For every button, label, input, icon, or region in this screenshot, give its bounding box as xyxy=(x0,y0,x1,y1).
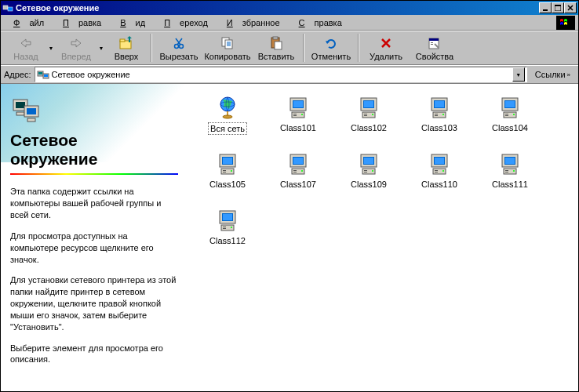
menu-file[interactable]: Файл xyxy=(4,16,53,29)
svg-point-55 xyxy=(442,114,444,115)
properties-button[interactable]: Свойства xyxy=(410,32,459,64)
side-paragraph: Для установки сетевого принтера из этой … xyxy=(10,274,178,332)
computer-item[interactable]: Class101 xyxy=(263,92,333,148)
toolbar-separator xyxy=(151,34,152,62)
svg-point-34 xyxy=(223,115,232,118)
toolbar-separator xyxy=(358,34,359,62)
undo-button[interactable]: Отменить xyxy=(307,32,355,64)
window-title: Сетевое окружение xyxy=(16,3,539,13)
undo-icon xyxy=(323,35,339,51)
computer-item[interactable]: Class111 xyxy=(475,148,545,205)
back-dropdown[interactable]: ▼ xyxy=(48,32,54,64)
side-paragraph: Для просмотра доступных на компьютере ре… xyxy=(10,230,178,266)
svg-rect-53 xyxy=(435,114,438,114)
computer-item[interactable]: Class112 xyxy=(192,205,263,261)
item-label: Class107 xyxy=(279,179,318,190)
item-label: Class104 xyxy=(490,122,530,133)
computer-icon xyxy=(286,151,311,176)
address-input[interactable]: Сетевое окружение ▼ xyxy=(35,67,527,82)
item-label: Class111 xyxy=(490,179,530,190)
svg-point-104 xyxy=(231,227,232,228)
item-label: Class103 xyxy=(420,122,459,133)
links-button[interactable]: Ссылки » xyxy=(530,70,575,79)
computer-item[interactable]: Class105 xyxy=(192,148,263,205)
svg-point-83 xyxy=(372,170,373,172)
copy-button[interactable]: Копировать xyxy=(203,32,252,64)
svg-rect-72 xyxy=(293,158,303,164)
svg-rect-96 xyxy=(505,172,508,172)
menu-go[interactable]: Переход xyxy=(155,16,217,29)
window: Сетевое окружение Файл Правка Вид Перехо… xyxy=(0,0,579,392)
svg-rect-86 xyxy=(435,158,444,164)
item-label: Вся сеть xyxy=(208,122,247,135)
svg-rect-93 xyxy=(505,158,515,164)
svg-rect-75 xyxy=(293,172,297,172)
menu-help[interactable]: Справка xyxy=(290,16,351,29)
svg-rect-65 xyxy=(223,158,232,164)
svg-point-41 xyxy=(301,114,303,115)
svg-rect-46 xyxy=(364,114,367,114)
computer-item[interactable]: Class102 xyxy=(333,92,404,148)
address-value: Сетевое окружение xyxy=(52,70,130,79)
svg-rect-102 xyxy=(223,227,226,227)
computer-item[interactable]: Class109 xyxy=(333,148,404,205)
network-neighborhood-icon xyxy=(10,93,42,125)
svg-point-62 xyxy=(513,114,515,115)
item-label: Class109 xyxy=(349,179,388,190)
menu-edit[interactable]: Правка xyxy=(53,16,111,29)
svg-rect-40 xyxy=(293,115,297,116)
item-label: Class102 xyxy=(349,122,388,133)
svg-rect-30 xyxy=(27,118,35,122)
back-button[interactable]: Назад xyxy=(4,32,48,64)
forward-dropdown[interactable]: ▼ xyxy=(98,32,104,64)
window-controls xyxy=(539,2,577,13)
computer-item[interactable]: Class103 xyxy=(404,92,475,148)
svg-rect-74 xyxy=(293,170,297,171)
computer-item[interactable]: Class110 xyxy=(404,148,475,205)
computer-item[interactable]: Class104 xyxy=(475,92,545,148)
svg-rect-47 xyxy=(364,115,367,116)
content-area: Сетевое окружение Эта папка содержит ссы… xyxy=(1,84,578,391)
network-icon xyxy=(37,68,49,81)
back-arrow-icon xyxy=(18,35,34,51)
svg-rect-100 xyxy=(223,214,232,220)
svg-rect-29 xyxy=(27,108,36,114)
copy-icon xyxy=(220,35,235,51)
properties-icon xyxy=(427,35,442,51)
toolbar-separator xyxy=(303,34,304,62)
close-button[interactable] xyxy=(564,2,577,13)
delete-button[interactable]: Удалить xyxy=(362,32,410,64)
menu-view[interactable]: Вид xyxy=(111,16,155,29)
address-label: Адрес: xyxy=(4,70,31,79)
addressbar: Адрес: Сетевое окружение ▼ Ссылки » xyxy=(1,65,578,84)
app-icon xyxy=(2,2,13,13)
menu-fav[interactable]: Избранное xyxy=(217,16,290,29)
computer-icon xyxy=(286,95,311,120)
maximize-button[interactable] xyxy=(552,2,564,13)
computer-item[interactable]: Class107 xyxy=(263,148,333,205)
svg-rect-26 xyxy=(16,102,25,108)
svg-rect-54 xyxy=(435,115,438,116)
svg-rect-6 xyxy=(120,39,125,42)
svg-rect-44 xyxy=(364,101,373,107)
entire-network-item[interactable]: Вся сеть xyxy=(192,92,263,148)
svg-rect-68 xyxy=(223,172,226,172)
svg-rect-89 xyxy=(435,172,438,172)
icon-pane[interactable]: Вся сетьClass101Class102Class103Class104… xyxy=(188,84,578,391)
svg-point-76 xyxy=(301,170,303,172)
svg-rect-4 xyxy=(555,5,561,6)
side-paragraph: Выберите элемент для просмотра его описа… xyxy=(10,343,178,366)
computer-icon xyxy=(215,151,240,176)
minimize-button[interactable] xyxy=(539,2,552,13)
address-dropdown[interactable]: ▼ xyxy=(512,67,525,82)
forward-button[interactable]: Вперед xyxy=(54,32,98,64)
svg-point-69 xyxy=(231,170,232,172)
up-button[interactable]: Вверх xyxy=(104,32,148,64)
computer-icon xyxy=(497,95,523,120)
side-paragraph: Эта папка содержит ссылки на компьютеры … xyxy=(10,186,178,221)
svg-rect-24 xyxy=(44,74,48,77)
svg-rect-103 xyxy=(223,228,226,229)
svg-rect-79 xyxy=(364,158,373,164)
paste-button[interactable]: Вставить xyxy=(252,32,300,64)
cut-button[interactable]: Вырезать xyxy=(155,32,203,64)
